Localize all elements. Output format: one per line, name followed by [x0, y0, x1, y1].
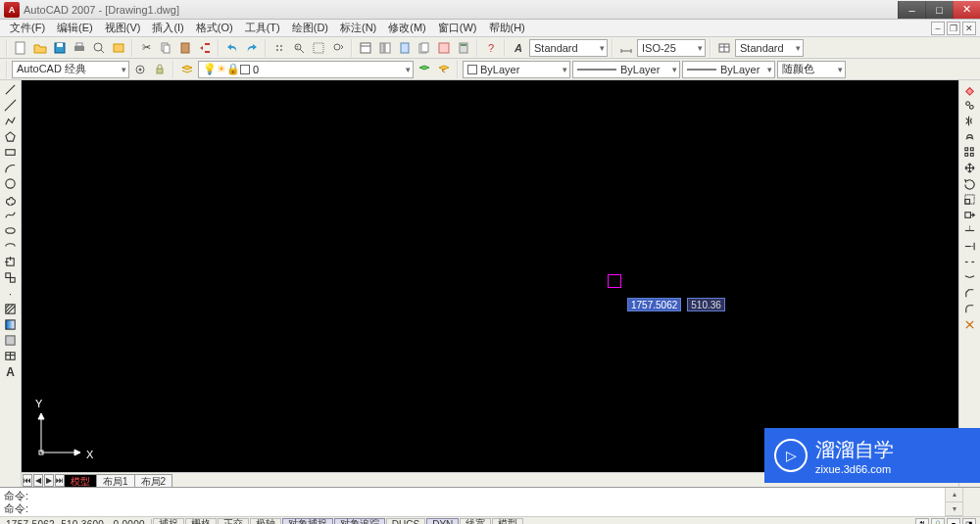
workspace-lock-icon[interactable] — [151, 61, 169, 78]
status-tray-icon[interactable]: ▾ — [947, 518, 960, 524]
tab-next-icon[interactable]: ▶ — [44, 474, 54, 487]
dim-style-combo[interactable]: ISO-25 — [637, 39, 706, 57]
layer-combo[interactable]: 💡 ☀ 🔒 0 — [198, 61, 414, 78]
window-minimize-button[interactable]: – — [898, 1, 925, 19]
status-osnap[interactable]: 对象捕捉 — [282, 518, 333, 525]
status-ducs[interactable]: DUCS — [386, 518, 425, 525]
menu-draw[interactable]: 绘图(D) — [286, 21, 334, 35]
status-grid[interactable]: 栅格 — [185, 518, 217, 525]
preview-icon[interactable] — [90, 39, 108, 57]
stretch-icon[interactable] — [961, 208, 979, 222]
drawing-viewport[interactable]: 1757.5062 510.36 X Y — [22, 80, 958, 472]
sheetset-icon[interactable] — [416, 39, 433, 57]
workspace-combo[interactable]: AutoCAD 经典 — [12, 61, 129, 78]
rotate-icon[interactable] — [961, 176, 979, 191]
menu-view[interactable]: 视图(V) — [99, 21, 147, 35]
match-icon[interactable] — [196, 39, 214, 57]
revcloud-icon[interactable] — [2, 192, 20, 207]
status-clean-icon[interactable]: ◨ — [962, 518, 976, 524]
menu-insert[interactable]: 插入(I) — [146, 21, 189, 35]
status-coordinates[interactable]: 1757.5062, 510.3600 , 0.0000 — [0, 519, 152, 525]
join-icon[interactable] — [961, 270, 979, 285]
arc-icon[interactable] — [2, 161, 20, 175]
cut-icon[interactable]: ✂ — [137, 39, 155, 57]
line-icon[interactable] — [2, 82, 20, 97]
menu-dimension[interactable]: 标注(N) — [334, 21, 382, 35]
pan-icon[interactable] — [270, 39, 288, 57]
mtext-icon[interactable]: A — [2, 364, 20, 379]
status-snap[interactable]: 捕捉 — [153, 518, 184, 525]
status-comms-icon[interactable]: ⇅ — [915, 518, 929, 524]
rectangle-icon[interactable] — [2, 145, 20, 160]
break-icon[interactable] — [961, 255, 979, 269]
mdi-minimize-button[interactable]: – — [931, 22, 945, 35]
tab-prev-icon[interactable]: ◀ — [33, 474, 43, 487]
tab-layout1[interactable]: 布局1 — [96, 474, 135, 487]
copy-obj-icon[interactable] — [961, 98, 979, 113]
layerprop-icon[interactable] — [178, 61, 196, 78]
textstyle-icon[interactable]: A — [510, 39, 527, 57]
plotstyle-combo[interactable]: 随颜色 — [777, 61, 846, 78]
point-icon[interactable]: · — [2, 286, 20, 301]
zoom-rt-icon[interactable]: ± — [290, 39, 308, 57]
status-otrack[interactable]: 对象追踪 — [334, 518, 385, 525]
save-icon[interactable] — [51, 39, 69, 57]
status-lwt[interactable]: 线宽 — [460, 518, 491, 525]
table-icon[interactable] — [2, 349, 20, 363]
polyline-icon[interactable] — [2, 114, 20, 128]
tablestyle-icon[interactable] — [715, 39, 733, 57]
menu-file[interactable]: 文件(F) — [4, 21, 51, 35]
mirror-icon[interactable] — [961, 114, 979, 128]
redo-icon[interactable] — [243, 39, 261, 57]
mdi-restore-button[interactable]: ❐ — [947, 22, 960, 35]
trim-icon[interactable] — [961, 223, 979, 238]
print-icon[interactable] — [71, 39, 88, 57]
lineweight-combo[interactable]: ByLayer — [682, 61, 775, 78]
dimstyle-icon[interactable] — [617, 39, 635, 57]
menu-edit[interactable]: 编辑(E) — [51, 21, 99, 35]
dynamic-input-x[interactable]: 1757.5062 — [627, 298, 681, 311]
properties-icon[interactable] — [357, 39, 374, 57]
window-close-button[interactable]: ✕ — [953, 1, 980, 19]
help-icon[interactable]: ? — [482, 39, 500, 57]
command-scrollbar[interactable]: ▴▾ — [945, 488, 962, 516]
command-resize-grip[interactable] — [962, 488, 980, 516]
block-icon[interactable] — [2, 270, 20, 285]
zoom-prev-icon[interactable] — [329, 39, 347, 57]
mdi-close-button[interactable]: ✕ — [962, 22, 976, 35]
status-model[interactable]: 模型 — [492, 518, 523, 525]
new-icon[interactable] — [12, 39, 29, 57]
menu-format[interactable]: 格式(O) — [190, 21, 239, 35]
erase-icon[interactable] — [961, 82, 979, 97]
tab-first-icon[interactable]: ⏮ — [23, 474, 32, 487]
menu-window[interactable]: 窗口(W) — [432, 21, 483, 35]
table-style-combo[interactable]: Standard — [735, 39, 804, 57]
open-icon[interactable] — [31, 39, 49, 57]
offset-icon[interactable] — [961, 129, 979, 144]
ellipse-icon[interactable] — [2, 223, 20, 238]
status-dyn[interactable]: DYN — [426, 518, 459, 525]
zoom-window-icon[interactable] — [310, 39, 327, 57]
fillet-icon[interactable] — [961, 302, 979, 316]
toolpalette-icon[interactable] — [396, 39, 414, 57]
circle-icon[interactable] — [2, 176, 20, 191]
menu-help[interactable]: 帮助(H) — [483, 21, 531, 35]
menu-modify[interactable]: 修改(M) — [382, 21, 432, 35]
menu-tools[interactable]: 工具(T) — [239, 21, 286, 35]
gradient-icon[interactable] — [2, 317, 20, 332]
tab-layout2[interactable]: 布局2 — [134, 474, 173, 487]
designcenter-icon[interactable] — [376, 39, 394, 57]
status-polar[interactable]: 极轴 — [250, 518, 281, 525]
linetype-combo[interactable]: ByLayer — [572, 61, 680, 78]
markup-icon[interactable] — [435, 39, 453, 57]
move-icon[interactable] — [961, 161, 979, 175]
array-icon[interactable] — [961, 145, 979, 160]
tab-model[interactable]: 模型 — [64, 474, 97, 487]
region-icon[interactable] — [2, 333, 20, 348]
publish-icon[interactable] — [110, 39, 127, 57]
scale-icon[interactable] — [961, 192, 979, 207]
color-combo[interactable]: ByLayer — [463, 61, 570, 78]
spline-icon[interactable] — [2, 208, 20, 222]
status-ortho[interactable]: 正交 — [218, 518, 249, 525]
insert-icon[interactable] — [2, 255, 20, 269]
